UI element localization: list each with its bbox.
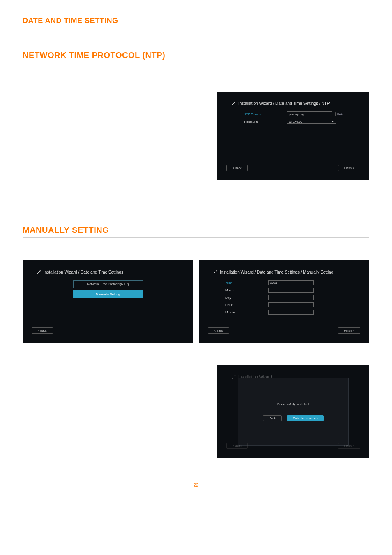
day-input[interactable] <box>268 295 314 300</box>
owl-tag: OWL <box>335 112 344 116</box>
year-label: Year <box>225 281 268 285</box>
wand-icon <box>37 269 42 274</box>
back-button-bg: < Back <box>226 443 248 449</box>
go-home-button[interactable]: Go to home screen <box>287 415 324 421</box>
modal-back-button[interactable]: Back <box>263 415 282 421</box>
manual-desc-row <box>23 238 369 254</box>
breadcrumb: Installation Wizard / Date and Time Sett… <box>37 269 184 274</box>
success-modal: Successfully installed! Back Go to home … <box>238 378 349 446</box>
chevron-down-icon <box>332 121 334 122</box>
back-button[interactable]: < Back <box>208 327 229 334</box>
finish-button-bg: Finish > <box>338 443 360 449</box>
breadcrumb-text: Installation Wizard / Date and Time Sett… <box>238 101 330 106</box>
wand-icon <box>231 374 236 379</box>
timezone-select[interactable]: UTC+0:00 <box>287 119 336 124</box>
wand-icon <box>231 101 236 106</box>
ntp-wizard-panel: Installation Wizard / Date and Time Sett… <box>217 92 369 180</box>
manual-heading: MANUALLY SETTING <box>23 225 369 238</box>
breadcrumb: Installation Wizard / Date and Time Sett… <box>231 101 360 106</box>
finish-button[interactable]: Finish > <box>338 165 360 171</box>
ntp-desc-row <box>23 63 369 79</box>
success-panel: Installation Wizard Successfully install… <box>217 365 369 458</box>
breadcrumb-text: Installation Wizard / Date and Time Sett… <box>44 270 123 274</box>
finish-button[interactable]: Finish > <box>338 327 360 334</box>
option-ntp[interactable]: Network Time Protocol(NTP) <box>73 280 143 288</box>
timezone-label: Timezone <box>244 120 287 123</box>
month-input[interactable] <box>268 288 314 293</box>
wand-icon <box>213 269 218 274</box>
back-button[interactable]: < Back <box>32 327 53 334</box>
manual-form-panel: Installation Wizard / Date and Time Sett… <box>199 260 369 343</box>
option-manual[interactable]: Manually Setting <box>73 290 143 298</box>
month-label: Month <box>225 288 268 292</box>
ntp-heading: NETWORK TIME PROTOCOL (NTP) <box>23 51 369 63</box>
success-message: Successfully installed! <box>277 402 309 406</box>
hour-label: Hour <box>225 303 268 307</box>
datetime-menu-panel: Installation Wizard / Date and Time Sett… <box>23 260 193 343</box>
breadcrumb: Installation Wizard / Date and Time Sett… <box>213 269 360 274</box>
back-button[interactable]: < Back <box>226 165 248 171</box>
breadcrumb-text: Installation Wizard / Date and Time Sett… <box>220 270 333 274</box>
date-time-heading: DATE AND TIME SETTING <box>23 16 369 28</box>
year-input[interactable] <box>268 280 314 285</box>
ntp-server-input[interactable] <box>287 111 332 116</box>
minute-input[interactable] <box>268 310 314 315</box>
minute-label: Minute <box>225 311 268 314</box>
timezone-value: UTC+0:00 <box>289 120 302 123</box>
day-label: Day <box>225 296 268 300</box>
page-number: 22 <box>23 483 369 488</box>
ntp-server-label: NTP Server <box>244 112 287 116</box>
hour-input[interactable] <box>268 302 314 307</box>
